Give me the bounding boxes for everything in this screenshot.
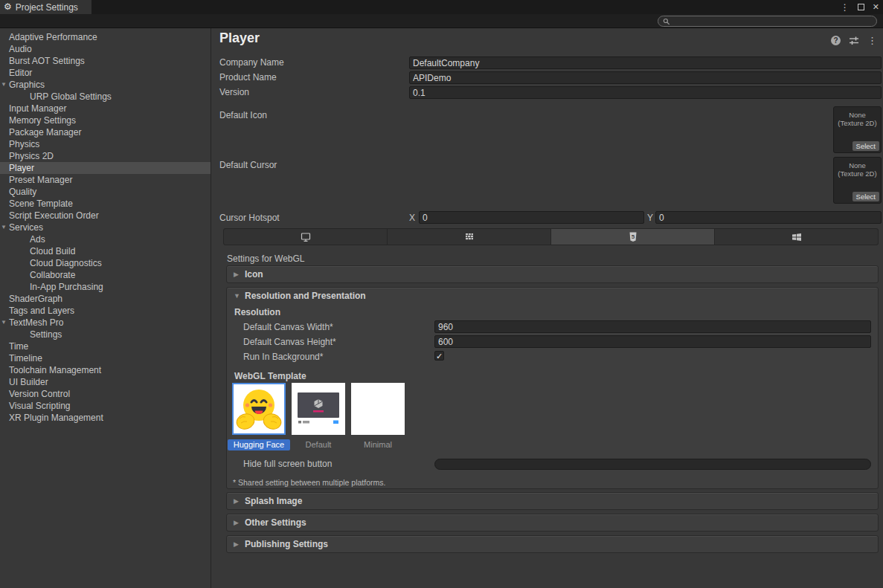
sidebar-item-burst-aot-settings[interactable]: Burst AOT Settings bbox=[0, 55, 211, 67]
hide-fullscreen-label: Hide full screen button bbox=[243, 459, 332, 469]
tab-windows-store[interactable] bbox=[715, 229, 878, 245]
search-box[interactable] bbox=[658, 16, 877, 27]
expand-arrow-icon[interactable]: ▼ bbox=[1, 79, 7, 91]
sidebar-item-quality[interactable]: Quality bbox=[0, 186, 211, 198]
sidebar-item-cloud-diagnostics[interactable]: Cloud Diagnostics bbox=[0, 257, 211, 269]
player-settings-panel: Player ? ⋮ Company Name Product Name Ver… bbox=[211, 28, 883, 588]
sidebar-item-audio[interactable]: Audio bbox=[0, 43, 211, 55]
product-name-label: Product Name bbox=[219, 72, 277, 83]
template-default-thumbnail[interactable] bbox=[292, 383, 345, 435]
expanded-arrow-icon: ▼ bbox=[234, 288, 240, 305]
sidebar-item-shadergraph[interactable]: ShaderGraph bbox=[0, 293, 211, 305]
sidebar-item-in-app-purchasing[interactable]: In-App Purchasing bbox=[0, 281, 211, 293]
sidebar-item-input-manager[interactable]: Input Manager bbox=[0, 103, 211, 114]
default-cursor-select-button[interactable]: Select bbox=[853, 192, 879, 201]
foldout-icon[interactable]: ▶Icon bbox=[226, 265, 879, 283]
tab-standalone[interactable] bbox=[224, 229, 387, 245]
template-hugging-face-thumbnail[interactable] bbox=[232, 383, 286, 435]
company-name-label: Company Name bbox=[219, 57, 284, 68]
default-icon-select-button[interactable]: Select bbox=[853, 141, 879, 151]
foldout-publishing-settings[interactable]: ▶Publishing Settings bbox=[226, 535, 879, 553]
sidebar-item-tmp-settings[interactable]: Settings bbox=[0, 329, 211, 340]
template-default-label: Default bbox=[292, 440, 345, 449]
run-in-background-label: Run In Background* bbox=[243, 352, 323, 362]
hotspot-x-field[interactable] bbox=[419, 211, 644, 224]
canvas-height-field[interactable] bbox=[434, 335, 871, 348]
tab-webgl[interactable]: 5 bbox=[551, 229, 714, 245]
preset-icon[interactable] bbox=[849, 36, 859, 45]
sidebar-item-xr-plugin-management[interactable]: XR Plugin Management bbox=[0, 412, 211, 424]
canvas-width-field[interactable] bbox=[434, 320, 871, 333]
sidebar-item-services[interactable]: ▼Services bbox=[0, 222, 211, 233]
hotspot-y-field[interactable] bbox=[655, 211, 882, 224]
gear-icon: ⚙ bbox=[4, 0, 12, 14]
sidebar-item-ui-builder[interactable]: UI Builder bbox=[0, 376, 211, 388]
expand-arrow-icon[interactable]: ▼ bbox=[1, 317, 7, 329]
resolution-section-label: Resolution bbox=[234, 307, 280, 317]
foldout-splash-image[interactable]: ▶Splash Image bbox=[226, 492, 879, 510]
sidebar-item-timeline[interactable]: Timeline bbox=[0, 352, 211, 364]
default-icon-label: Default Icon bbox=[219, 110, 267, 120]
version-field[interactable] bbox=[409, 86, 882, 99]
sidebar-item-package-manager[interactable]: Package Manager bbox=[0, 126, 211, 138]
sidebar-item-textmesh-pro[interactable]: ▼TextMesh Pro bbox=[0, 317, 211, 329]
foldout-icon-label: Icon bbox=[245, 269, 263, 280]
sidebar-item-scene-template[interactable]: Scene Template bbox=[0, 198, 211, 210]
sidebar-item-graphics[interactable]: ▼Graphics bbox=[0, 79, 211, 91]
collapsed-arrow-icon: ▶ bbox=[234, 266, 239, 283]
sidebar-item-cloud-build[interactable]: Cloud Build bbox=[0, 245, 211, 257]
sidebar-item-preset-manager[interactable]: Preset Manager bbox=[0, 174, 211, 186]
hotspot-x-label: X bbox=[409, 213, 415, 223]
project-settings-window: ⚙ Project Settings ⋮ ✕ Adaptive Performa… bbox=[0, 0, 883, 588]
close-icon[interactable]: ✕ bbox=[873, 2, 879, 12]
foldout-resolution-presentation: ▼Resolution and Presentation Resolution … bbox=[226, 287, 879, 489]
sidebar-item-physics-2d[interactable]: Physics 2D bbox=[0, 150, 211, 162]
maximize-icon[interactable] bbox=[858, 4, 864, 10]
expand-arrow-icon[interactable]: ▼ bbox=[1, 222, 7, 233]
tab-dedicated-server[interactable] bbox=[388, 229, 550, 245]
settings-sidebar: Adaptive Performance Audio Burst AOT Set… bbox=[0, 28, 211, 588]
foldout-other-settings[interactable]: ▶Other Settings bbox=[226, 514, 879, 532]
run-in-background-checkbox[interactable]: ✓ bbox=[434, 351, 444, 361]
window-title: Project Settings bbox=[16, 2, 78, 13]
webgl-template-section-label: WebGL Template bbox=[234, 371, 306, 381]
company-name-field[interactable] bbox=[409, 56, 882, 69]
sidebar-item-version-control[interactable]: Version Control bbox=[0, 388, 211, 400]
sidebar-item-time[interactable]: Time bbox=[0, 340, 211, 352]
hugging-face-emoji bbox=[234, 384, 284, 433]
template-hugging-face-label: Hugging Face bbox=[228, 439, 290, 450]
toolbar bbox=[0, 14, 883, 28]
help-icon[interactable]: ? bbox=[831, 36, 841, 45]
default-cursor-label: Default Cursor bbox=[219, 160, 277, 170]
foldout-publishing-label: Publishing Settings bbox=[245, 539, 328, 549]
settings-for-platform-label: Settings for WebGL bbox=[227, 253, 305, 264]
sidebar-item-tags-and-layers[interactable]: Tags and Layers bbox=[0, 305, 211, 317]
sidebar-item-ads[interactable]: Ads bbox=[0, 233, 211, 245]
sidebar-item-memory-settings[interactable]: Memory Settings bbox=[0, 114, 211, 126]
default-cursor-texture-box[interactable]: None (Texture 2D) Select bbox=[833, 157, 882, 204]
collapsed-arrow-icon: ▶ bbox=[234, 514, 239, 532]
foldout-resolution-header[interactable]: ▼Resolution and Presentation bbox=[227, 288, 878, 305]
sidebar-item-adaptive-performance[interactable]: Adaptive Performance bbox=[0, 31, 211, 43]
product-name-field[interactable] bbox=[409, 71, 882, 84]
sidebar-item-editor[interactable]: Editor bbox=[0, 67, 211, 79]
texture-type-text: (Texture 2D) bbox=[834, 169, 881, 178]
template-minimal-thumbnail[interactable] bbox=[351, 383, 405, 435]
hide-fullscreen-field[interactable] bbox=[434, 459, 871, 470]
window-title-tab[interactable]: ⚙ Project Settings bbox=[0, 0, 91, 14]
sidebar-item-toolchain-management[interactable]: Toolchain Management bbox=[0, 364, 211, 376]
sidebar-item-player[interactable]: Player bbox=[0, 162, 211, 174]
sidebar-item-physics[interactable]: Physics bbox=[0, 138, 211, 150]
sidebar-item-visual-scripting[interactable]: Visual Scripting bbox=[0, 400, 211, 412]
sidebar-item-urp-global-settings[interactable]: URP Global Settings bbox=[0, 91, 211, 103]
canvas-width-label: Default Canvas Width* bbox=[243, 322, 333, 332]
search-input[interactable] bbox=[670, 17, 872, 26]
default-icon-texture-box[interactable]: None (Texture 2D) Select bbox=[833, 106, 882, 153]
window-menu-icon[interactable]: ⋮ bbox=[841, 2, 850, 13]
texture-type-text: (Texture 2D) bbox=[834, 119, 881, 127]
context-menu-icon[interactable]: ⋮ bbox=[867, 35, 877, 46]
collapsed-arrow-icon: ▶ bbox=[234, 493, 239, 510]
sidebar-item-collaborate[interactable]: Collaborate bbox=[0, 269, 211, 281]
svg-text:5: 5 bbox=[631, 233, 635, 240]
sidebar-item-script-execution-order[interactable]: Script Execution Order bbox=[0, 210, 211, 222]
